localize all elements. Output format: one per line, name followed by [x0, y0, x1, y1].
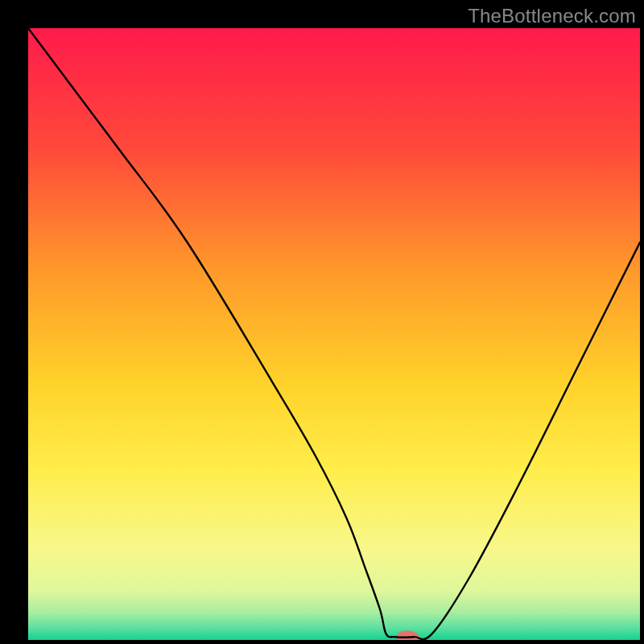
chart-svg: [28, 28, 640, 640]
attribution-label: TheBottleneck.com: [468, 5, 636, 27]
gradient-background: [28, 28, 640, 640]
chart-frame: TheBottleneck.com: [0, 0, 644, 644]
plot-area: [28, 28, 640, 640]
